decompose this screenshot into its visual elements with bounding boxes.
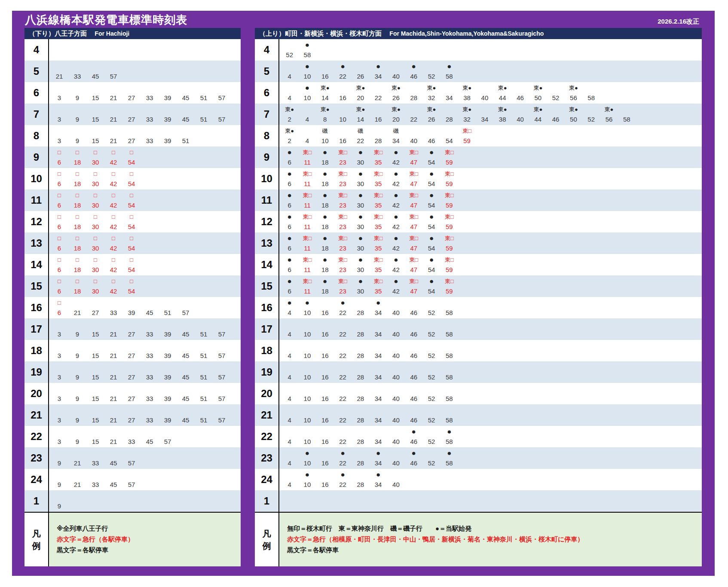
time-cell: 東●56 <box>600 104 618 125</box>
time-cell: 51 <box>195 404 213 426</box>
time-cell: 3 <box>50 361 68 383</box>
hour-label: 15 <box>24 275 48 297</box>
departure-minute: 38 <box>463 93 471 103</box>
time-cell: 東□59 <box>440 275 458 297</box>
departure-minute: 35 <box>375 201 382 210</box>
time-cell: 21 <box>104 125 122 147</box>
departure-minute: 30 <box>92 222 99 232</box>
departure-minute: 11 <box>304 158 311 167</box>
train-mark: 東□ <box>445 276 454 287</box>
time-cell: 51 <box>195 383 213 404</box>
legend-row: 凡例 無印＝桜木町行 東＝東神奈川行 磯＝磯子行 ●＝当駅始発赤文字＝急行（相模… <box>255 512 702 566</box>
hour-row-20: 20391521273339455157 <box>24 383 241 404</box>
departure-minute: 28 <box>357 308 364 318</box>
time-cell: 46 <box>547 104 564 125</box>
departure-minute: 10 <box>304 72 311 81</box>
departure-minute: 6 <box>288 265 291 275</box>
time-cell: 東□11 <box>298 190 316 211</box>
train-mark: □ <box>130 190 133 201</box>
time-cell: 3 <box>50 104 68 125</box>
time-cell: 東□59 <box>440 232 458 254</box>
times-strip: ●6東□11●18東□23●30東□35●42東□47●54東□59 <box>278 190 702 211</box>
departure-minute: 6 <box>288 222 291 232</box>
time-cell: 東□59 <box>458 125 476 147</box>
departure-minute: 27 <box>128 416 135 425</box>
time-cell: 33 <box>141 82 159 104</box>
time-cell: ●22 <box>334 469 352 490</box>
time-cell: 22 <box>334 404 352 426</box>
hour-label: 8 <box>255 125 278 147</box>
time-cell: 33 <box>86 447 104 469</box>
time-cell: 3 <box>50 125 68 147</box>
departure-minute: 33 <box>146 136 153 146</box>
time-cell: 39 <box>159 383 177 404</box>
departure-minute: 34 <box>446 93 453 103</box>
departure-minute: 39 <box>164 351 171 361</box>
time-cell: 15 <box>86 318 104 340</box>
train-mark: □ <box>94 212 97 222</box>
times-strip: 21334557 <box>48 61 241 82</box>
time-cell: 27 <box>122 340 141 361</box>
train-mark: ● <box>358 169 363 179</box>
time-cell: □18 <box>68 232 86 254</box>
train-mark: □ <box>58 169 61 179</box>
hour-label: 1 <box>255 490 278 512</box>
times-strip: 4●10東●1416東●2022東●2628東●3234東●3840東●4446… <box>278 82 702 104</box>
time-cell: 52 <box>422 447 440 469</box>
time-cell: 57 <box>122 447 141 469</box>
hour-row-23: 23921334557 <box>24 447 241 469</box>
time-cell: 16 <box>369 104 387 125</box>
departure-minute: 33 <box>146 394 153 404</box>
hour-row-9: 9●6東□11●18東□23●30東□35●42東□47●54東□59 <box>255 147 702 168</box>
departure-minute: 23 <box>339 179 346 189</box>
time-cell: 22 <box>334 361 352 383</box>
time-cell: 46 <box>405 361 422 383</box>
hour-label: 19 <box>255 361 278 383</box>
departure-minute: 28 <box>375 136 382 146</box>
train-mark: ● <box>394 190 398 201</box>
panel-up-header: （上り）町田・新横浜・横浜・桜木町方面 For Machida,Shin-Yok… <box>255 28 702 39</box>
times-strip: 4101622283440465258 <box>278 383 702 404</box>
time-cell: ●30 <box>352 147 369 168</box>
departure-minute: 10 <box>304 480 311 489</box>
revision-date: 2026.2.16改正 <box>658 18 699 26</box>
departure-minute: 9 <box>76 373 79 382</box>
train-mark: ● <box>358 233 363 244</box>
hour-row-19: 19391521273339455157 <box>24 361 241 383</box>
train-mark: 東□ <box>338 169 347 179</box>
train-mark: ● <box>412 427 416 437</box>
train-mark: 東● <box>462 83 471 93</box>
departure-minute: 30 <box>92 201 99 210</box>
time-cell: 9 <box>50 490 68 512</box>
departure-minute: 21 <box>56 72 63 81</box>
departure-minute: 58 <box>446 394 453 404</box>
train-mark: 東□ <box>409 233 418 244</box>
departure-minute: 3 <box>58 136 61 146</box>
departure-minute: 22 <box>339 72 346 81</box>
train-mark: □ <box>76 169 79 179</box>
time-cell: 東□23 <box>334 211 352 232</box>
time-cell: □18 <box>68 168 86 190</box>
time-cell: ●42 <box>387 147 405 168</box>
hour-row-1: 1 <box>255 490 702 512</box>
train-mark: ● <box>323 233 327 244</box>
time-cell: □54 <box>122 254 141 275</box>
departure-minute: 16 <box>321 308 329 318</box>
train-mark: 東□ <box>445 190 454 201</box>
departure-minute: 16 <box>321 480 329 489</box>
time-cell: 3 <box>50 404 68 426</box>
time-cell: ●46 <box>405 61 422 82</box>
departure-minute: 21 <box>110 115 117 124</box>
time-cell: 東□23 <box>334 254 352 275</box>
times-strip: □6□18□30□42□54 <box>48 254 241 275</box>
time-cell: ●30 <box>352 190 369 211</box>
train-mark: □ <box>94 276 97 287</box>
time-cell: □6 <box>50 190 68 211</box>
time-cell: 9 <box>50 447 68 469</box>
departure-minute: 42 <box>392 158 400 167</box>
time-cell: 東□11 <box>298 232 316 254</box>
time-cell: 9 <box>68 82 86 104</box>
time-cell: □42 <box>104 147 122 168</box>
train-mark: ● <box>288 255 292 265</box>
time-cell: 34 <box>440 82 458 104</box>
